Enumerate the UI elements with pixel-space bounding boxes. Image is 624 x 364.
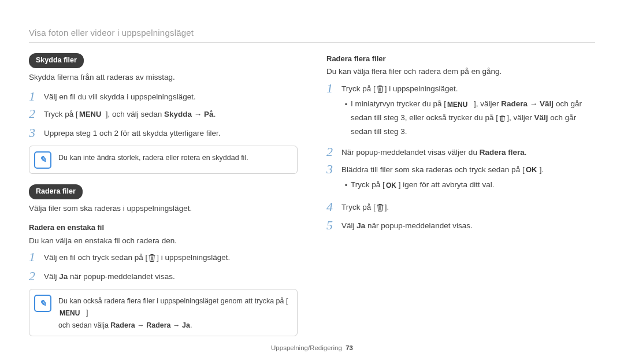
svg-text:MENU: MENU — [60, 310, 80, 317]
bullet-icon: • — [341, 98, 351, 110]
step-number: 1 — [29, 90, 44, 103]
protect-step-3: Upprepa steg 1 och 2 för att skydda ytte… — [44, 126, 298, 140]
protect-lede: Skydda filerna från att raderas av misst… — [29, 72, 298, 84]
columns: Skydda filer Skydda filerna från att rad… — [29, 53, 595, 347]
protect-note: ✎ Du kan inte ändra storlek, radera elle… — [29, 146, 298, 174]
delete-pill: Radera filer — [29, 184, 83, 199]
delete-lede: Välja filer som ska raderas i uppspelnin… — [29, 203, 298, 215]
step-number: 1 — [326, 81, 341, 95]
info-icon: ✎ — [34, 151, 51, 169]
footer: Uppspelning/Redigering 73 — [0, 344, 624, 351]
protect-note-text: Du kan inte ändra storlek, radera eller … — [58, 151, 290, 164]
step-number: 2 — [29, 269, 44, 283]
trash-icon — [148, 254, 155, 266]
step-number: 3 — [326, 162, 341, 176]
multi-step-3-bullet: Tryck på [OK] igen för att avbryta ditt … — [351, 179, 595, 193]
menu-icon: MENU — [447, 100, 473, 112]
multi-step-4: Tryck på []. — [341, 200, 595, 216]
protect-pill: Skydda filer — [29, 53, 84, 68]
delete-single-step-1: Välj en fil och tryck sedan på [] i upps… — [44, 250, 298, 266]
trash-icon — [499, 114, 506, 126]
svg-text:OK: OK — [526, 166, 537, 174]
trash-icon — [377, 85, 384, 97]
left-column: Skydda filer Skydda filerna från att rad… — [29, 53, 298, 347]
delete-single-steps: 1 Välj en fil och tryck sedan på [] i up… — [29, 250, 298, 283]
bullet-icon: • — [341, 179, 351, 191]
footer-page-number: 73 — [346, 344, 353, 351]
right-column: Radera flera filer Du kan välja flera fi… — [326, 53, 595, 347]
multi-step-5: Välj Ja när popup-meddelandet visas. — [341, 218, 595, 232]
delete-multi-steps: 1 Tryck på [] i uppspelningsläget. • I m… — [326, 81, 595, 232]
multi-step-2: När popup-meddelandet visas väljer du Ra… — [341, 145, 595, 159]
menu-icon: MENU — [60, 309, 85, 320]
delete-single-step-2: Välj Ja när popup-meddelandet visas. — [44, 269, 298, 283]
trash-icon — [377, 203, 384, 216]
delete-single-heading: Radera en enstaka fil — [29, 222, 298, 233]
info-icon: ✎ — [34, 295, 51, 312]
delete-note: ✎ Du kan också radera flera filer i upps… — [29, 289, 298, 336]
page-title: Visa foton eller videor i uppspelningslä… — [29, 28, 595, 38]
ok-icon: OK — [526, 166, 538, 178]
delete-multi-lede: Du kan välja flera filer och radera dem … — [326, 66, 595, 78]
header-rule — [29, 42, 595, 43]
protect-step-2: Tryck på [MENU], och välj sedan Skydda →… — [44, 107, 298, 122]
protect-step-1: Välj en fil du vill skydda i uppspelning… — [44, 90, 298, 103]
step-number: 3 — [29, 126, 44, 139]
delete-multi-heading: Radera flera filer — [326, 53, 595, 65]
multi-step-3: Bläddra till filer som ska raderas och t… — [341, 162, 595, 196]
ok-icon: OK — [386, 181, 398, 193]
multi-step-1-bullet: I miniatyrvyn trycker du på [MENU], välj… — [351, 98, 595, 138]
delete-note-text: Du kan också radera flera filer i uppspe… — [58, 294, 290, 331]
protect-steps: 1 Välj en fil du vill skydda i uppspelni… — [29, 90, 298, 140]
svg-text:OK: OK — [386, 182, 396, 189]
delete-single-lede: Du kan välja en enstaka fil och radera d… — [29, 235, 298, 247]
step-number: 2 — [29, 107, 44, 120]
step-number: 5 — [326, 218, 341, 232]
svg-text:MENU: MENU — [447, 101, 467, 108]
footer-section: Uppspelning/Redigering — [271, 344, 342, 351]
menu-icon: MENU — [79, 110, 105, 122]
step-number: 1 — [29, 250, 44, 263]
step-number: 4 — [326, 200, 341, 213]
page: Visa foton eller videor i uppspelningslä… — [0, 0, 624, 364]
step-number: 2 — [326, 145, 341, 158]
multi-step-1: Tryck på [] i uppspelningsläget. • I min… — [341, 81, 595, 142]
svg-text:MENU: MENU — [79, 110, 101, 118]
